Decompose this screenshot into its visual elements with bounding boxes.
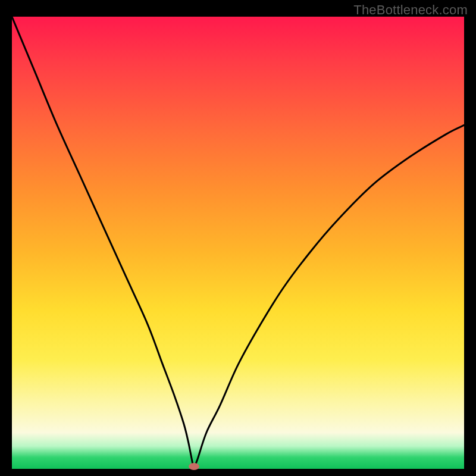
watermark-text: TheBottleneck.com [353, 2, 468, 18]
bottleneck-curve-path [12, 17, 464, 466]
plot-area [12, 17, 464, 469]
optimum-marker [189, 463, 199, 470]
curve-svg [12, 17, 464, 469]
chart-frame: TheBottleneck.com [0, 0, 476, 476]
